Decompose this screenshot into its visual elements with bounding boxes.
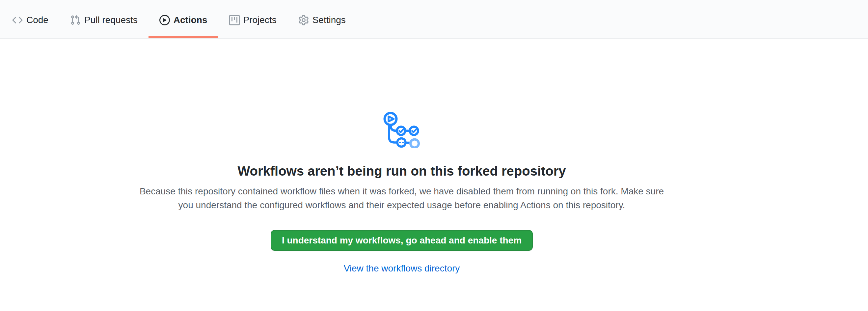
project-icon bbox=[229, 15, 240, 25]
tab-code-label: Code bbox=[26, 15, 49, 25]
blankslate-description: Because this repository contained workfl… bbox=[135, 185, 669, 212]
tab-projects[interactable]: Projects bbox=[218, 0, 287, 38]
tab-actions-label: Actions bbox=[174, 15, 208, 25]
tab-projects-label: Projects bbox=[243, 15, 277, 25]
workflows-link-row: View the workflows directory bbox=[0, 263, 803, 274]
page-title: Workflows aren’t being run on this forke… bbox=[0, 164, 803, 179]
tab-settings[interactable]: Settings bbox=[287, 0, 356, 38]
actions-blankslate: Workflows aren’t being run on this forke… bbox=[0, 38, 803, 274]
git-pull-request-icon bbox=[70, 15, 81, 25]
view-workflows-directory-link[interactable]: View the workflows directory bbox=[344, 263, 460, 274]
actions-workflow-icon bbox=[383, 111, 420, 148]
gear-icon bbox=[298, 15, 309, 25]
repo-tab-nav: Code Pull requests Actions Projects Sett… bbox=[0, 0, 868, 38]
enable-button-row: I understand my workflows, go ahead and … bbox=[0, 212, 803, 251]
enable-workflows-button[interactable]: I understand my workflows, go ahead and … bbox=[271, 230, 533, 251]
play-icon bbox=[159, 15, 170, 25]
tab-actions[interactable]: Actions bbox=[149, 0, 218, 38]
code-icon bbox=[12, 15, 23, 25]
tab-pull-requests-label: Pull requests bbox=[84, 15, 137, 25]
tab-settings-label: Settings bbox=[312, 15, 346, 25]
tab-pull-requests[interactable]: Pull requests bbox=[59, 0, 149, 38]
tab-code[interactable]: Code bbox=[1, 0, 59, 38]
